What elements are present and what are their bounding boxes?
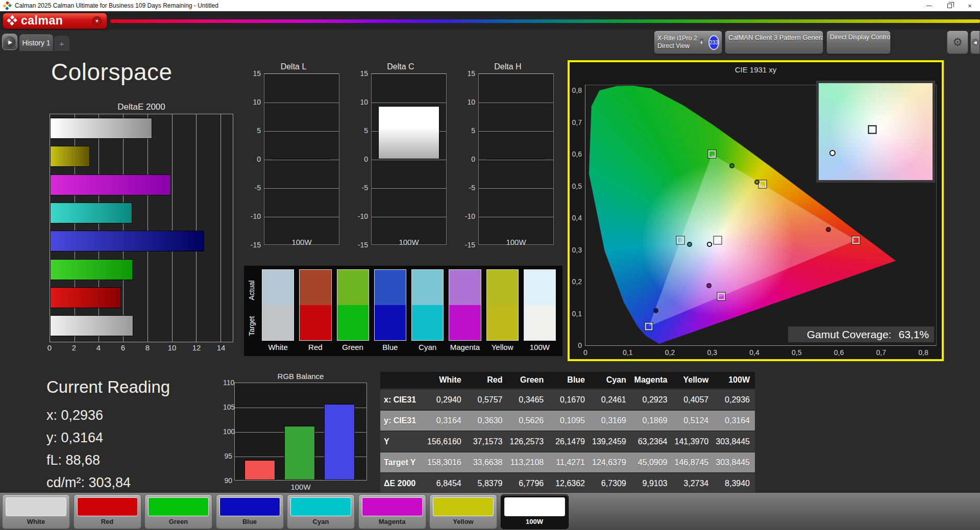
- meter-count-badge[interactable]: 233: [708, 35, 720, 50]
- table-cell: 0,1670: [549, 395, 590, 405]
- restore-icon[interactable]: [939, 0, 960, 11]
- table-cell: 0,2940: [425, 395, 467, 405]
- swatch-column-magenta: Magenta: [449, 269, 481, 355]
- cie-x-tick: 0,4: [749, 348, 759, 357]
- calman-menu-button[interactable]: calman ▼: [3, 13, 107, 29]
- swatch-target: [374, 305, 406, 341]
- swatch-label: Cyan: [411, 343, 444, 351]
- delta_c-gridline: [372, 160, 446, 160]
- delta_l-ytick: 5: [257, 127, 261, 135]
- add-tab-button[interactable]: +: [54, 36, 69, 51]
- cie-y-tick: 0,2: [572, 277, 582, 286]
- collapse-panel-button[interactable]: ◀: [970, 31, 980, 54]
- pattern-card-blue[interactable]: Blue: [216, 494, 284, 529]
- table-cell: 0,4057: [673, 395, 714, 405]
- delta-l-chart: Delta L 151050-5-10-15 100W: [247, 62, 340, 245]
- target-row-label: Target: [248, 308, 256, 344]
- table-column-header: Blue: [549, 375, 590, 385]
- rgb-ytick: 110: [223, 378, 232, 387]
- window-title: Calman 2025 Calman Ultimate for Business…: [15, 2, 218, 9]
- table-row: x: CIE310,29400,57570,34650,16700,24610,…: [380, 390, 755, 410]
- deltae-axis-tick: 14: [217, 343, 226, 352]
- pattern-card-green[interactable]: Green: [144, 494, 212, 529]
- table-cell: 37,1573: [467, 437, 508, 446]
- cie-measured-marker-100W: [707, 242, 712, 247]
- pattern-swatch: [290, 497, 351, 516]
- gear-icon: ⚙: [952, 36, 963, 49]
- display-control-dropdown[interactable]: Direct Display Control ▼: [826, 31, 891, 54]
- deltae-axis-tick: 12: [192, 343, 201, 352]
- delta_l-ytick: 10: [253, 98, 261, 106]
- swatch-target: [411, 305, 444, 341]
- deltae-axis-tick: 10: [168, 343, 177, 352]
- deltae-chart-title: DeltaE 2000: [50, 102, 233, 112]
- pattern-card-cyan[interactable]: Cyan: [287, 494, 355, 529]
- inset-target-marker: [868, 125, 876, 134]
- delta_l-ytick: -5: [255, 184, 261, 192]
- table-cell: 11,4271: [549, 458, 590, 467]
- tab-scroll-button[interactable]: ▶: [2, 34, 17, 50]
- pattern-card-white[interactable]: White: [2, 494, 70, 529]
- current-reading-cdm2: cd/m²: 303,84: [46, 471, 170, 494]
- table-cell: 0,2936: [714, 395, 755, 405]
- settings-button[interactable]: ⚙: [947, 31, 968, 54]
- delta_h-gridline: [479, 131, 553, 132]
- swatch-target: [299, 305, 331, 341]
- swatch-column-white: White: [262, 269, 294, 355]
- delta_l-zero-bar: [272, 159, 332, 160]
- swatch-column-100w: 100W: [524, 269, 556, 355]
- table-row-label: Target Y: [380, 458, 425, 467]
- table-cell: 0,1869: [631, 416, 673, 425]
- pattern-label: Cyan: [287, 518, 354, 525]
- table-cell: 6,8454: [425, 479, 467, 488]
- pattern-card-100w[interactable]: 100W: [501, 494, 569, 529]
- pattern-card-yellow[interactable]: Yellow: [429, 494, 497, 529]
- minimize-icon[interactable]: [919, 0, 939, 11]
- delta_h-ytick: 0: [471, 155, 475, 163]
- pattern-label: Green: [145, 518, 212, 525]
- close-icon[interactable]: ×: [960, 0, 980, 11]
- table-cell: 12,6362: [549, 479, 590, 488]
- logo-row: calman ▼: [0, 11, 980, 30]
- deltae-plot-area: [50, 114, 233, 342]
- deltae-bar-magenta: [50, 174, 171, 195]
- arrow-left-icon: ◀: [972, 39, 979, 46]
- table-cell: 0,3630: [467, 416, 508, 425]
- table-cell: 9,9103: [631, 479, 673, 488]
- gamut-coverage-value: 63,1%: [898, 329, 929, 341]
- swatch-target: [486, 305, 519, 341]
- deltae-gridline: [196, 114, 197, 342]
- table-cell: 156,6160: [425, 437, 467, 446]
- pattern-generator-dropdown[interactable]: CalMAN Client 3 Pattern Generator ▼: [725, 31, 823, 54]
- delta_c-ytick: -15: [358, 241, 368, 249]
- calman-window: Calman 2025 Calman Ultimate for Business…: [0, 0, 980, 530]
- cie-x-tick: 0,5: [792, 348, 801, 357]
- pattern-card-red[interactable]: Red: [74, 494, 141, 529]
- pattern-card-magenta[interactable]: Magenta: [358, 494, 426, 529]
- delta_l-gridline: [264, 217, 339, 217]
- meter-dropdown[interactable]: X-Rite i1Pro 2 Direct View ▼ 233: [654, 31, 722, 54]
- table-cell: 113,2108: [508, 458, 549, 467]
- deltae-bar-white: [50, 315, 133, 336]
- table-row: ΔE 20006,84545,83796,779612,63626,73099,…: [380, 473, 755, 493]
- table-cell: 8,3940: [714, 479, 755, 488]
- actual-target-swatch-panel: Actual Target WhiteRedGreenBlueCyanMagen…: [244, 266, 562, 356]
- measurement-table: WhiteRedGreenBlueCyanMagentaYellow100Wx:…: [380, 372, 755, 494]
- deltae-axis-tick: 0: [47, 343, 52, 352]
- play-arrow-icon: ▶: [4, 36, 15, 47]
- cie-title: CIE 1931 xy: [570, 65, 942, 74]
- swatch-label: White: [262, 343, 294, 351]
- table-column-header: 100W: [714, 375, 755, 385]
- table-cell: 6,7796: [508, 479, 549, 488]
- delta_h-ytick: -5: [469, 184, 475, 192]
- delta_c-gridline: [372, 217, 446, 217]
- delta_h-ytick: 15: [467, 69, 475, 78]
- rgb-balance-title: RGB Balance: [234, 372, 367, 381]
- swatch-target: [524, 305, 556, 341]
- table-cell: 63,2364: [631, 437, 673, 446]
- table-cell: 0,3465: [508, 395, 549, 405]
- cie-target-marker-white: [714, 237, 721, 244]
- table-cell: 0,5757: [467, 395, 508, 405]
- tab-history-1[interactable]: History 1: [19, 34, 53, 51]
- table-cell: 303,8445: [714, 458, 755, 467]
